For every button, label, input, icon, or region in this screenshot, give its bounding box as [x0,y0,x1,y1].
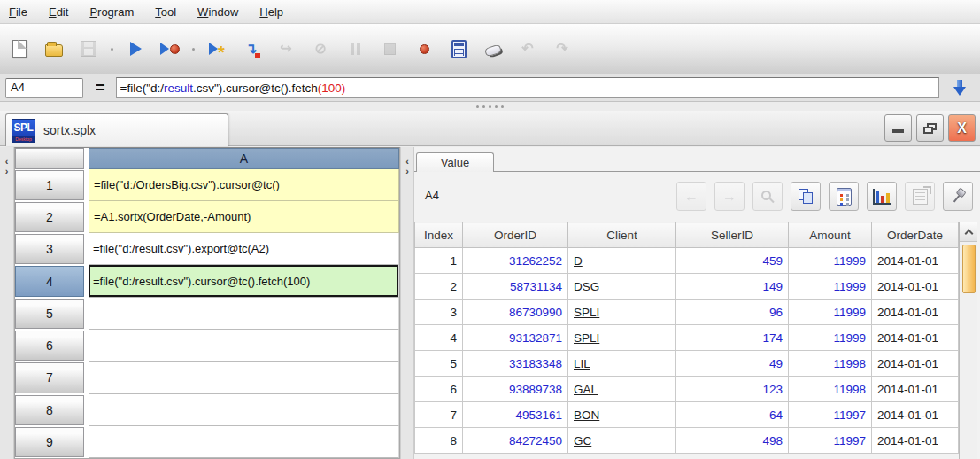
menu-help[interactable]: Help [259,5,283,19]
run-button[interactable] [123,36,148,61]
menu-tool[interactable]: Tool [155,5,176,19]
step-into-button[interactable]: ↪ [274,36,298,61]
value-tab-strip: Value [414,147,980,172]
cancel-button[interactable]: ⊘ [308,36,333,61]
scroll-up-button[interactable] [960,222,977,242]
row-header-1[interactable]: 1 [15,170,84,200]
draw-chart-button[interactable] [867,182,897,211]
col-client[interactable]: Client [568,222,676,248]
grid-corner-cell[interactable] [15,148,84,169]
eraser-icon [484,43,502,57]
expand-formula-button[interactable] [945,75,975,100]
step-next-button[interactable]: ↴ [239,36,264,61]
cell-a7[interactable] [89,362,399,393]
col-amount[interactable]: Amount [789,222,872,248]
restore-icon [923,123,937,134]
redo-button[interactable]: ↷ [550,36,575,61]
menu-file[interactable]: File [9,5,27,19]
save-button[interactable] [76,36,101,61]
spl-logo-icon: SPL Desktop [12,119,35,143]
restore-button[interactable] [916,114,944,142]
panel-splitter-strip[interactable]: ‹ › [400,147,414,459]
open-file-button[interactable] [42,36,66,61]
table-row: 4 93132871 SPLI 174 11999 2014-01-01 [415,325,959,351]
value-table-area: Index OrderID Client SellerID Amount Ord… [414,222,980,459]
expand-right-icon[interactable]: › [5,167,9,176]
left-splitter-strip[interactable]: ‹ › [0,147,14,459]
record-display-button[interactable] [829,182,859,211]
breakpoint-icon [420,44,429,54]
col-sellerid[interactable]: SellerID [676,222,789,248]
copy-icon [799,189,813,204]
cell-a4-selected[interactable]: =file("d:/result.csv").cursor@tc().fetch… [89,265,399,297]
row-header-9[interactable]: 9 [15,427,84,457]
expand-panel-icon[interactable]: › [405,167,409,176]
grid-row-5: 5 [15,298,399,330]
undo-button[interactable]: ↶ [515,36,540,61]
esproc-ide-window: File Edit Program Tool Window Help * ↴ ↪… [0,0,980,459]
equals-label: = [96,79,105,97]
stop-icon [384,43,396,55]
menu-edit[interactable]: Edit [49,5,68,19]
undo-icon: ↶ [521,42,533,56]
row-header-7[interactable]: 7 [15,362,84,393]
row-header-5[interactable]: 5 [15,299,84,329]
execute-button[interactable] [158,36,182,61]
zoom-button[interactable] [752,182,783,211]
cell-a2[interactable]: =A1.sortx(OrderDate,-Amount) [89,201,399,233]
cell-a3[interactable]: =file("d:/result.csv").export@tc(A2) [89,233,399,265]
grid-row-2: 2 =A1.sortx(OrderDate,-Amount) [15,201,399,233]
cell-a8[interactable] [89,394,399,426]
row-header-2[interactable]: 2 [15,202,84,232]
formula-bar: A4 = =file("d:/result.csv").cursor@tc().… [0,74,980,102]
back-button[interactable]: ← [676,182,706,211]
stop-button[interactable] [377,36,402,61]
new-file-button[interactable] [7,36,32,61]
pushpin-icon [946,184,968,206]
breakpoint-button[interactable] [412,36,436,61]
cell-a6[interactable] [89,330,399,362]
row-header-3[interactable]: 3 [15,234,84,264]
copy-data-button[interactable] [791,182,821,211]
row-header-4-selected[interactable]: 4 [15,266,84,296]
tab-value[interactable]: Value [416,152,494,172]
col-orderdate[interactable]: OrderDate [872,222,959,248]
redo-icon: ↷ [556,42,567,56]
menu-window[interactable]: Window [197,5,238,19]
run-next-cell-button[interactable]: * [204,36,229,61]
edit-form-button[interactable] [905,182,935,211]
clear-value-button[interactable] [481,36,505,61]
row-header-6[interactable]: 6 [15,331,84,361]
cell-a1[interactable]: =file("d:/OrdersBig.csv").cursor@tc() [89,169,399,201]
calculate-area-button[interactable] [446,36,471,61]
cell-a9[interactable] [89,426,399,458]
close-button[interactable]: X [948,114,976,142]
cell-a5[interactable] [89,298,399,330]
column-header-a[interactable]: A [89,148,399,169]
menu-program[interactable]: Program [89,5,134,19]
grid-row-6: 6 [15,330,399,362]
value-toolbar: A4 ← → [414,172,980,222]
value-cell-ref-label: A4 [425,189,439,202]
scrollbar-thumb[interactable] [962,245,976,293]
pause-button[interactable] [343,36,367,61]
cell-reference-box[interactable]: A4 [5,78,83,98]
value-scrollbar[interactable] [959,222,977,459]
forward-button[interactable]: → [714,182,745,211]
grid-row-7: 7 [15,362,399,393]
horizontal-splitter[interactable] [0,102,980,111]
row-header-8[interactable]: 8 [15,395,84,425]
run-next-play-icon [209,43,218,55]
tab-sortx-splx[interactable]: SPL Desktop sortx.splx [5,113,228,146]
col-index[interactable]: Index [415,222,463,248]
minimize-button[interactable] [884,114,912,142]
record-list-icon [837,188,852,206]
table-row: 8 84272450 GC 498 11997 2014-01-01 [415,428,959,454]
col-orderid[interactable]: OrderID [463,222,568,248]
step-into-icon: ↪ [280,42,291,56]
formula-input[interactable]: =file("d:/result.csv").cursor@tc().fetch… [116,77,939,98]
document-tab-bar: SPL Desktop sortx.splx X [0,111,980,146]
forward-arrow-icon: → [722,189,737,205]
pin-button[interactable] [943,182,973,211]
result-header-row: Index OrderID Client SellerID Amount Ord… [415,222,959,248]
